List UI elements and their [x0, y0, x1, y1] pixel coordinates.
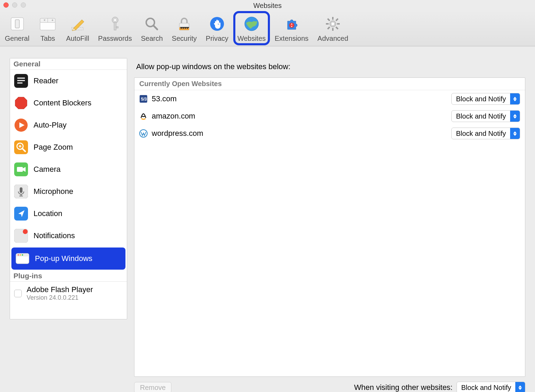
sidebar-item-label: Auto-Play — [34, 121, 66, 130]
other-sites-policy-select[interactable]: Block and Notify — [457, 382, 525, 392]
tab-label: Security — [172, 35, 197, 43]
close-window-button[interactable] — [3, 2, 9, 8]
tab-advanced[interactable]: Advanced — [316, 13, 350, 43]
magnifier-icon — [142, 15, 161, 33]
zoom-icon — [14, 140, 28, 154]
chevron-updown-icon — [510, 128, 520, 139]
svg-line-36 — [328, 27, 330, 29]
globe-icon — [242, 15, 261, 33]
svg-line-15 — [153, 26, 157, 29]
titlebar: Websites — [0, 0, 535, 10]
tab-label: Privacy — [206, 35, 228, 43]
tab-passwords[interactable]: Passwords — [96, 13, 134, 43]
svg-point-63 — [18, 254, 19, 256]
policy-select[interactable]: Block and Notify — [451, 128, 520, 139]
sidebar-item-label: Pop-up Windows — [35, 254, 92, 263]
sidebar-item-label: Notifications — [34, 231, 75, 240]
site-domain: amazon.com — [152, 112, 451, 121]
notifications-icon — [14, 229, 28, 243]
other-sites-label: When visiting other websites: — [354, 383, 453, 392]
svg-rect-13 — [116, 27, 118, 28]
switch-icon — [8, 15, 27, 33]
svg-marker-73 — [513, 131, 517, 133]
sidebar-section-plugins: Plug-ins — [10, 270, 127, 282]
svg-marker-8 — [74, 20, 84, 30]
tab-search[interactable]: Search — [139, 13, 165, 43]
site-row[interactable]: 5/3 53.com Block and Notify — [134, 90, 525, 108]
key-icon — [106, 15, 124, 33]
sidebar-item-page-zoom[interactable]: Page Zoom — [10, 136, 127, 158]
sidebar-item-label: Location — [34, 209, 62, 218]
sidebar-item-label: Camera — [34, 165, 60, 174]
sidebar-item-location[interactable]: Location — [10, 203, 127, 225]
policy-select[interactable]: Block and Notify — [451, 93, 520, 105]
svg-rect-51 — [17, 167, 23, 172]
tab-label: Passwords — [98, 35, 132, 43]
plugin-checkbox[interactable] — [14, 290, 22, 297]
window-icon — [16, 252, 29, 265]
sidebar-item-label: Page Zoom — [34, 143, 73, 152]
svg-rect-54 — [20, 187, 22, 193]
site-list: Currently Open Websites 5/3 53.com Block… — [134, 77, 525, 377]
sidebar-item-notifications[interactable]: Notifications — [10, 225, 127, 247]
tab-extensions[interactable]: Extensions — [273, 13, 311, 43]
chevron-updown-icon — [510, 111, 520, 122]
tab-tabs[interactable]: ×+ Tabs — [36, 13, 59, 43]
plugin-name: Adobe Flash Player — [27, 285, 93, 294]
favicon-icon: 5/3 — [139, 95, 148, 103]
tab-websites[interactable]: Websites — [235, 13, 268, 43]
reader-icon — [14, 74, 28, 88]
svg-point-11 — [114, 19, 116, 21]
main-pane: Allow pop-up windows on the websites bel… — [134, 58, 525, 392]
chevron-updown-icon — [510, 93, 520, 104]
svg-marker-71 — [513, 116, 517, 119]
sidebar-item-popup-windows[interactable]: Pop-up Windows — [11, 248, 125, 270]
sidebar-item-camera[interactable]: Camera — [10, 158, 127, 180]
favicon-icon — [139, 129, 148, 138]
plugin-version: Version 24.0.0.221 — [27, 294, 93, 301]
pencil-icon — [68, 15, 87, 33]
svg-marker-69 — [513, 99, 517, 101]
svg-marker-70 — [513, 114, 517, 116]
hand-icon — [208, 15, 226, 33]
sidebar-item-auto-play[interactable]: Auto-Play — [10, 114, 127, 136]
svg-marker-75 — [518, 385, 522, 388]
minimize-window-button[interactable] — [12, 2, 17, 8]
tab-label: General — [5, 35, 29, 43]
sidebar-item-reader[interactable]: Reader — [10, 70, 127, 92]
main-heading: Allow pop-up windows on the websites bel… — [134, 58, 525, 77]
tab-privacy[interactable]: Privacy — [204, 13, 231, 43]
tab-autofill[interactable]: AutoFill — [64, 13, 91, 43]
sidebar-item-content-blockers[interactable]: Content Blockers — [10, 92, 127, 114]
tab-label: Websites — [237, 35, 266, 43]
svg-line-34 — [336, 27, 338, 29]
policy-label: Block and Notify — [452, 130, 510, 138]
site-row[interactable]: wordpress.com Block and Notify — [134, 125, 525, 142]
site-domain: 53.com — [152, 94, 451, 103]
svg-line-33 — [328, 19, 330, 21]
svg-marker-76 — [518, 388, 522, 390]
svg-rect-1 — [15, 20, 19, 28]
list-header: Currently Open Websites — [134, 78, 525, 90]
svg-text:+: + — [51, 18, 54, 22]
sidebar-item-microphone[interactable]: Microphone — [10, 180, 127, 203]
plugin-item-flash[interactable]: Adobe Flash Player Version 24.0.0.221 — [10, 282, 127, 305]
policy-select[interactable]: Block and Notify — [451, 110, 520, 122]
content: General Reader Content Blockers Auto-Pla… — [0, 46, 535, 392]
favicon-icon — [139, 112, 148, 120]
site-row[interactable]: amazon.com Block and Notify — [134, 108, 525, 125]
tab-label: Extensions — [275, 35, 309, 43]
tabs-icon: ×+ — [38, 15, 57, 33]
location-icon — [14, 207, 28, 221]
policy-label: Block and Notify — [452, 95, 510, 103]
tab-label: Tabs — [40, 35, 55, 43]
svg-line-35 — [336, 19, 338, 21]
tab-general[interactable]: General — [3, 13, 31, 43]
zoom-window-button[interactable] — [21, 2, 26, 8]
microphone-icon — [14, 185, 28, 198]
remove-button[interactable]: Remove — [134, 382, 171, 392]
play-icon — [14, 118, 28, 132]
toolbar: General ×+ Tabs AutoFill Passwords Searc… — [0, 10, 535, 46]
tab-security[interactable]: Security — [170, 13, 199, 43]
svg-text:×: × — [44, 18, 46, 22]
